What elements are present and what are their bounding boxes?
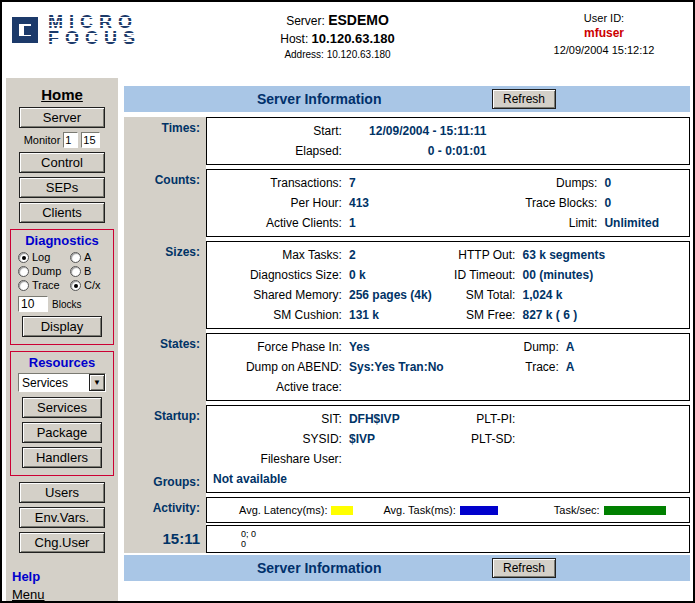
- activity-legend-box: Avg. Latency(ms): Avg. Task(ms): Task/se…: [206, 497, 690, 523]
- services-button[interactable]: Services: [22, 397, 102, 418]
- sit-label: SIT:: [207, 409, 342, 429]
- address-line: Address: 10.120.63.180: [182, 49, 493, 60]
- groups-value: Not available: [207, 469, 689, 489]
- active-trace-label: Active trace:: [207, 377, 342, 397]
- latency-swatch: [331, 506, 353, 515]
- radio-cx[interactable]: C/x: [70, 279, 101, 291]
- radio-a[interactable]: A: [70, 251, 91, 263]
- pltpi-value: [515, 409, 689, 429]
- diagnostics-title: Diagnostics: [11, 233, 113, 248]
- display-button[interactable]: Display: [22, 316, 102, 337]
- chevron-down-icon[interactable]: ▼: [89, 374, 105, 391]
- radio-b-label: B: [84, 265, 91, 277]
- http-out-label: HTTP Out:: [448, 245, 515, 265]
- sysid-label: SYSID:: [207, 429, 342, 449]
- logo-line2: FOCUS: [48, 28, 141, 48]
- activity-time-row: 15:11 0; 0 0: [124, 525, 690, 553]
- dump-state-value: A: [559, 337, 689, 357]
- monitor-field-2[interactable]: [81, 132, 100, 148]
- start-value: 12/09/2004 - 15:11:11: [342, 121, 487, 141]
- max-tasks-label: Max Tasks:: [207, 245, 342, 265]
- menu-link[interactable]: Menu: [12, 587, 118, 602]
- users-button[interactable]: Users: [19, 482, 105, 503]
- radio-trace[interactable]: Trace: [18, 279, 70, 291]
- dump-state-label: Dump:: [462, 337, 558, 357]
- states-box: Force Phase In: Yes Dump: A Dump on ABEN…: [206, 333, 690, 401]
- resources-select[interactable]: Services ▼: [18, 373, 106, 392]
- monitor-row: Monitor: [6, 132, 118, 148]
- times-box: Start: 12/09/2004 - 15:11:11 Elapsed: 0 …: [206, 117, 690, 165]
- sit-value: DFH$IVP: [342, 409, 448, 429]
- states-line-3: Active trace:: [207, 377, 689, 397]
- refresh-button-top[interactable]: Refresh: [492, 89, 556, 109]
- resources-panel: Resources Services ▼ Services Package Ha…: [10, 351, 114, 476]
- startup-row: Startup: Groups: SIT: DFH$IVP PLT-PI: SY…: [124, 405, 690, 493]
- sm-free-label: SM Free:: [448, 305, 515, 325]
- radio-dump[interactable]: Dump: [18, 265, 70, 277]
- pltpi-label: PLT-PI:: [448, 409, 515, 429]
- monitor-field-1[interactable]: [63, 132, 78, 148]
- refresh-button-bottom[interactable]: Refresh: [492, 558, 556, 578]
- fileshare-value: [342, 449, 448, 469]
- dumps-value: 0: [597, 173, 689, 193]
- counts-row-label: Counts:: [124, 169, 206, 237]
- fileshare-label: Fileshare User:: [207, 449, 342, 469]
- user-info-header: User ID: mfuser 12/09/2004 15:12:12: [529, 12, 679, 56]
- startup-line-3: Fileshare User:: [207, 449, 689, 469]
- server-line: Server: ESDEMO: [182, 12, 493, 28]
- package-button[interactable]: Package: [22, 422, 102, 443]
- blocks-input[interactable]: [18, 296, 48, 312]
- pltsd-value: [515, 429, 689, 449]
- radio-a-icon: [70, 252, 81, 263]
- sizes-line-2: Diagnostics Size: 0 k ID Timeout: 00 (mi…: [207, 265, 689, 285]
- server-button[interactable]: Server: [19, 107, 105, 128]
- trace-state-label: Trace:: [462, 357, 558, 377]
- diagnostics-radio-row-2: Dump B: [11, 265, 113, 277]
- abend-value: Sys:Yes Tran:No: [342, 357, 463, 377]
- radio-log[interactable]: Log: [18, 251, 70, 263]
- states-line-2: Dump on ABEND: Sys:Yes Tran:No Trace: A: [207, 357, 689, 377]
- http-out-value: 63 k segments: [515, 245, 689, 265]
- limit-value: Unlimited: [597, 213, 689, 233]
- startup-label: Startup:: [154, 409, 200, 423]
- states-row: States: Force Phase In: Yes Dump: A Dump…: [124, 333, 690, 401]
- start-label: Start:: [207, 121, 342, 141]
- sizes-row-label: Sizes:: [124, 241, 206, 329]
- home-link[interactable]: Home: [6, 86, 118, 103]
- radio-log-label: Log: [32, 251, 50, 263]
- radio-b[interactable]: B: [70, 265, 91, 277]
- pltsd-label: PLT-SD:: [448, 429, 515, 449]
- max-tasks-value: 2: [342, 245, 448, 265]
- handlers-button[interactable]: Handlers: [22, 447, 102, 468]
- id-timeout-label: ID Timeout:: [448, 265, 515, 285]
- states-row-label: States:: [124, 333, 206, 401]
- monitor-label: Monitor: [24, 134, 61, 146]
- activity-time-label: 15:11: [124, 525, 206, 553]
- seps-button[interactable]: SEPs: [19, 177, 105, 198]
- startup-row-label: Startup: Groups:: [124, 405, 206, 493]
- limit-label: Limit:: [458, 213, 598, 233]
- active-trace-value: [342, 377, 463, 397]
- radio-cx-icon: [70, 280, 81, 291]
- activity-value-line-1: 0; 0: [241, 529, 689, 539]
- sizes-line-4: SM Cushion: 131 k SM Free: 827 k ( 6 ): [207, 305, 689, 325]
- top-title-bar: Server Information Refresh: [124, 86, 690, 112]
- activity-row: Activity: Avg. Latency(ms): Avg. Task(ms…: [124, 497, 690, 523]
- states-line-1: Force Phase In: Yes Dump: A: [207, 337, 689, 357]
- address-label: Address:: [284, 49, 323, 60]
- envvars-button[interactable]: Env.Vars.: [19, 507, 105, 528]
- diagnostics-radio-row-3: Trace C/x: [11, 279, 113, 291]
- radio-dump-label: Dump: [32, 265, 61, 277]
- control-button[interactable]: Control: [19, 152, 105, 173]
- activity-values-box: 0; 0 0: [206, 525, 690, 553]
- diagnostics-panel: Diagnostics Log A Dump B: [10, 229, 114, 345]
- help-heading: Help: [12, 569, 118, 584]
- chguser-button[interactable]: Chg.User: [19, 532, 105, 553]
- startup-line-1: SIT: DFH$IVP PLT-PI:: [207, 409, 689, 429]
- per-hour-value: 413: [342, 193, 458, 213]
- user-id-value: mfuser: [529, 26, 679, 40]
- clients-button[interactable]: Clients: [19, 202, 105, 223]
- dumps-label: Dumps:: [458, 173, 598, 193]
- radio-a-label: A: [84, 251, 91, 263]
- sm-cushion-label: SM Cushion:: [207, 305, 342, 325]
